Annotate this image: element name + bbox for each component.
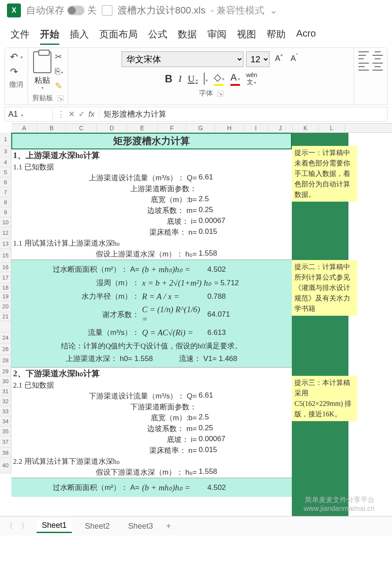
font-name-select[interactable]: 华文宋体 [122,51,243,67]
column-headers: A B C D E F G H I J K L [11,123,392,133]
tab-view[interactable]: 视图 [237,25,256,45]
col-header[interactable]: G [186,124,215,132]
prev-sheet-button[interactable]: 〈 [5,521,13,531]
phonetic-button[interactable]: wén文▾ [246,71,257,86]
cell-value: 0.788 [207,292,242,301]
next-sheet-button[interactable]: 〉 [21,521,29,531]
fill-color-button[interactable]: ◇▾ [214,72,224,86]
align-left-button[interactable] [358,63,369,71]
tab-home[interactable]: 开始 [40,25,59,45]
ribbon: ↶▾ ↷ 撤消 粘贴 ▾ ✂ ⎘▾ ✎ 剪贴板↘ 华文宋体 12 A^ Aˇ [4,47,388,105]
italic-button[interactable]: I [179,73,182,84]
undo-label: 撤消 [9,80,23,89]
font-size-select[interactable]: 12 [246,51,270,67]
tab-help[interactable]: 帮助 [267,25,286,45]
cancel-formula-button[interactable]: ✕ [68,109,75,119]
shrink-font-button[interactable]: Aˇ [288,51,300,67]
autosave-state: 关 [87,4,97,17]
cell-value[interactable]: 0.00067 [199,435,233,445]
font-launcher-icon[interactable]: ↘ [217,91,223,97]
tab-file[interactable]: 文件 [10,25,30,45]
cell-value[interactable]: 6.61 [199,391,233,401]
sheet-tab-2[interactable]: Sheet2 [80,520,115,533]
col-header[interactable]: E [127,124,158,132]
autosave-label: 自动保存 [26,4,64,17]
add-sheet-button[interactable]: + [166,521,171,531]
chevron-down-icon[interactable]: ⌄ [270,5,277,16]
group-undo: ↶▾ ↷ 撤消 [5,48,28,105]
cell-value[interactable]: 0.25 [199,424,233,434]
align-center-button[interactable] [372,63,383,71]
clipboard-launcher-icon[interactable]: ↘ [57,95,64,101]
cell-value: 5.712 [220,279,255,287]
sheet-tabs: 〈 〉 Sheet1 Sheet2 Sheet3 + [0,516,392,536]
align-middle-button[interactable] [372,51,383,59]
underline-button[interactable]: U▾ [188,73,198,84]
cell-value[interactable]: 1.558 [199,249,233,259]
redo-button[interactable]: ↷ [10,66,23,78]
sheet-tab-3[interactable]: Sheet3 [123,520,158,533]
grow-font-button[interactable]: A^ [272,51,285,67]
bold-button[interactable]: B [165,73,172,85]
accept-formula-button[interactable]: ✓ [78,109,85,119]
cell-value[interactable]: 1.558 [199,467,233,477]
filename: 渡槽水力设计800.xls [118,4,206,17]
group-align [354,48,387,105]
sheet-title: 矩形渡槽水力计算 [11,133,292,149]
autosave-toggle[interactable]: 自动保存 关 [26,4,97,17]
formula-input[interactable]: 矩形渡槽水力计算 [99,107,387,121]
cell-value[interactable]: 2.5 [199,413,233,423]
cut-button[interactable]: ✂ [55,51,63,62]
col-header[interactable]: F [158,124,186,132]
conclusion-text: 结论：计算的Q值约大于Q设计值，假设的h0满足要求。 [11,339,292,353]
col-header[interactable]: B [37,124,66,132]
tab-insert[interactable]: 插入 [70,25,89,45]
col-header[interactable]: K [293,124,319,132]
cell-value[interactable]: 0.25 [199,206,233,216]
formula-bar: A1 ▾ ⋮ ✕ ✓ fx 矩形渡槽水力计算 [4,107,388,122]
tab-data[interactable]: 数据 [178,25,197,45]
undo-button[interactable]: ↶▾ [10,51,23,63]
font-label: 字体 [199,89,213,98]
col-header[interactable]: L [319,124,345,132]
format-painter-button[interactable]: ✎ [55,81,63,91]
col-header[interactable]: C [66,124,97,132]
ribbon-tabs: 文件 开始 插入 页面布局 公式 数据 审阅 视图 帮助 Acro [0,21,392,45]
save-icon[interactable] [102,5,112,16]
cell-value[interactable]: 0.015 [199,227,233,237]
align-top-button[interactable] [358,51,369,59]
fx-icon[interactable]: fx [88,110,95,119]
cell-value[interactable]: 0.00067 [199,216,233,226]
col-header[interactable]: D [97,124,127,132]
cell-value: 4.502 [207,265,242,274]
grid[interactable]: A B C D E F G H I J K L 1 3 4 5 6 7 8 9 … [0,123,392,516]
tab-acrobat[interactable]: Acro [296,25,316,45]
font-color-button[interactable]: A▾ [230,72,240,86]
clipboard-label: 剪贴板 [32,94,53,103]
fx-more-icon[interactable]: ⋮ [57,109,65,119]
cell-value: 64.071 [207,310,242,319]
toggle-switch-icon[interactable] [67,6,84,15]
tip-2: 提示二：计算稿中所列计算公式参见《灌溉与排水设计规范》及有关水力学书籍 [292,260,357,316]
copy-button[interactable]: ⎘▾ [55,66,63,76]
tab-review[interactable]: 审阅 [207,25,226,45]
col-header[interactable]: J [268,124,293,132]
cell-value[interactable]: 6.61 [199,173,233,183]
cell-value[interactable]: 0.015 [199,446,233,456]
cell-value: 6.613 [207,328,242,337]
tab-layout[interactable]: 页面布局 [99,25,138,45]
cell-value[interactable]: 2.5 [199,195,233,205]
col-header[interactable]: I [244,124,268,132]
titlebar: 自动保存 关 渡槽水力设计800.xls - 兼容性模式 ⌄ [0,0,392,21]
sheet-tab-1[interactable]: Sheet1 [37,519,72,533]
paste-button[interactable]: 粘贴 ▾ [33,51,51,91]
tab-formulas[interactable]: 公式 [148,25,167,45]
paste-icon [33,51,51,73]
border-button[interactable]: ▾ [204,73,208,84]
col-header[interactable]: H [215,124,244,132]
name-box[interactable]: A1 ▾ [5,108,53,121]
chevron-down-icon[interactable]: ▾ [41,85,44,90]
cell-value: 4.502 [207,483,242,492]
row-headers: 1 3 4 5 6 7 8 9 10 12 13 15 16 17 18 19 … [0,133,11,473]
col-header[interactable]: A [11,124,37,132]
